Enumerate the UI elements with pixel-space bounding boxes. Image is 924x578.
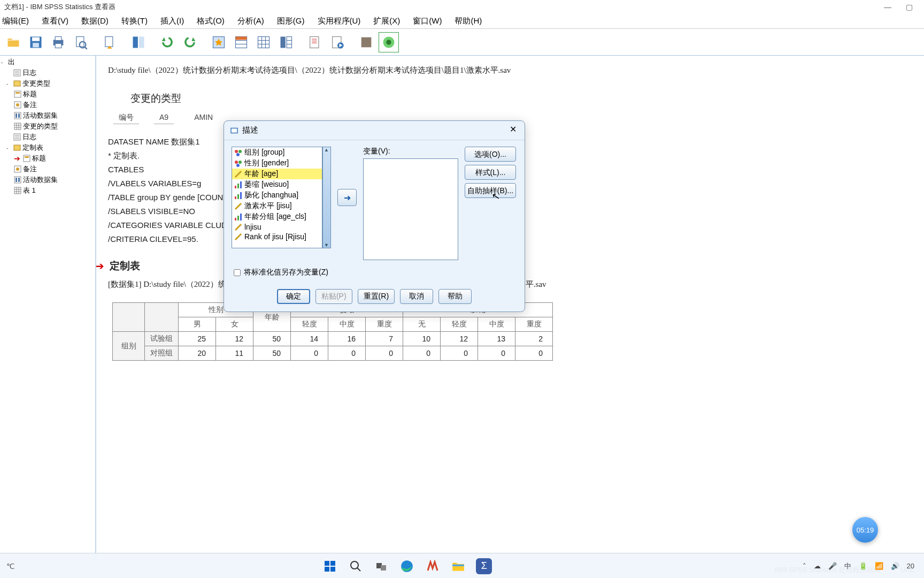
tb-save[interactable] xyxy=(26,32,46,52)
outline-item[interactable]: 日志 xyxy=(0,132,95,142)
svg-rect-81 xyxy=(237,184,239,188)
svg-line-8 xyxy=(84,47,87,49)
menu-data[interactable]: 数据(D) xyxy=(81,16,109,26)
save-z-checkbox[interactable]: 将标准化值另存为变量(Z) xyxy=(234,268,517,277)
tray-mic-icon[interactable]: 🎤 xyxy=(828,562,837,570)
checkbox-input[interactable] xyxy=(234,269,241,276)
variable-item[interactable]: 性别 [gender] xyxy=(232,158,322,169)
menu-analyze[interactable]: 分析(A) xyxy=(237,16,264,26)
tb-preview[interactable] xyxy=(71,32,91,52)
menu-help[interactable]: 帮助(H) xyxy=(455,16,482,26)
outline-item[interactable]: 活动数据集 xyxy=(0,174,95,185)
menu-transform[interactable]: 转换(T) xyxy=(121,16,148,26)
tb-block[interactable] xyxy=(356,32,376,52)
variable-item[interactable]: 激素水平 [jisu] xyxy=(232,201,322,211)
weather-widget[interactable]: ℃ xyxy=(0,562,21,571)
target-label: 变量(V): xyxy=(363,147,458,156)
reset-button[interactable]: 重置(R) xyxy=(358,289,395,304)
menu-extensions[interactable]: 扩展(X) xyxy=(373,16,400,26)
move-right-button[interactable]: ➜ xyxy=(337,189,357,206)
search-icon[interactable] xyxy=(348,558,364,574)
svg-rect-44 xyxy=(14,112,21,119)
variable-item[interactable]: Rank of jisu [Rjisu] xyxy=(232,232,322,241)
menu-utilities[interactable]: 实用程序(U) xyxy=(318,16,361,26)
tb-undo[interactable] xyxy=(157,32,178,52)
edge-icon[interactable] xyxy=(399,558,415,574)
menu-view[interactable]: 查看(V) xyxy=(42,16,68,26)
tray-ime-icon[interactable]: 中 xyxy=(844,561,851,571)
taskview-icon[interactable] xyxy=(373,558,389,574)
tb-grid1[interactable] xyxy=(231,32,251,52)
outline-item[interactable]: 日志 xyxy=(0,67,95,78)
svg-line-77 xyxy=(235,171,241,177)
tb-grid3[interactable] xyxy=(276,32,296,52)
tb-print[interactable] xyxy=(48,32,68,52)
tb-target[interactable] xyxy=(379,32,399,52)
outline-root[interactable]: -出 xyxy=(0,57,95,67)
tb-doc1[interactable] xyxy=(305,32,325,52)
tray-onedrive-icon[interactable]: ☁ xyxy=(814,562,821,570)
cancel-button[interactable]: 取消 xyxy=(400,289,433,304)
menu-insert[interactable]: 插入(I) xyxy=(160,16,184,26)
paste-button[interactable]: 粘贴(P) xyxy=(315,289,352,304)
ok-button[interactable]: 确定 xyxy=(277,289,310,304)
tray-chevron-icon[interactable]: ˄ xyxy=(803,562,806,570)
svg-rect-91 xyxy=(240,214,242,220)
tb-redo[interactable] xyxy=(180,32,200,52)
styles-button[interactable]: 样式(L)... xyxy=(465,165,516,180)
window-title: 文档1] - IBM SPSS Statistics 查看器 xyxy=(4,2,116,12)
tb-run[interactable] xyxy=(327,32,348,52)
file-path: D:\study file\（2022）统计数据分析期末考试待选项目\（2022… xyxy=(108,65,912,75)
help-button[interactable]: 帮助 xyxy=(438,289,472,304)
timer-badge[interactable]: 05:19 xyxy=(852,517,878,543)
tb-grid2[interactable] xyxy=(253,32,274,52)
menu-graphs[interactable]: 图形(G) xyxy=(277,16,305,26)
bootstrap-button[interactable]: 自助抽样(B)... xyxy=(465,183,516,198)
svg-point-76 xyxy=(236,164,240,167)
outline-item[interactable]: 变更的类型 xyxy=(0,121,95,132)
svg-rect-80 xyxy=(235,186,236,188)
outline-pane[interactable]: -出 日志-变更类型标题备注活动数据集变更的类型日志-定制表➔标题备注活动数据集… xyxy=(0,56,96,561)
variable-item[interactable]: 肠化 [changhua] xyxy=(232,190,322,201)
menu-window[interactable]: 窗口(W) xyxy=(413,16,442,26)
variable-item[interactable]: lnjisu xyxy=(232,222,322,232)
menu-format[interactable]: 格式(O) xyxy=(197,16,225,26)
tb-star[interactable] xyxy=(209,32,229,52)
wps-icon[interactable] xyxy=(425,558,441,574)
outline-item[interactable]: -定制表 xyxy=(0,142,95,153)
minimize-icon[interactable]: — xyxy=(877,3,898,11)
tray-battery-icon[interactable]: 🔋 xyxy=(859,562,867,570)
tb-export[interactable] xyxy=(99,32,120,52)
outline-item[interactable]: -变更类型 xyxy=(0,78,95,89)
variable-item[interactable]: 组别 [group] xyxy=(232,147,322,158)
options-button[interactable]: 选项(O)... xyxy=(465,147,516,162)
menu-edit[interactable]: 编辑(E) xyxy=(2,16,29,26)
variable-item[interactable]: 萎缩 [weisuo] xyxy=(232,179,322,190)
tb-recall[interactable] xyxy=(128,32,149,52)
start-icon[interactable] xyxy=(322,558,338,574)
source-variable-list[interactable]: 组别 [group]性别 [gender]年龄 [age]萎缩 [weisuo]… xyxy=(232,147,322,248)
dialog-titlebar[interactable]: 描述 ✕ xyxy=(224,121,525,140)
tray-clock[interactable]: 20 xyxy=(907,562,914,570)
outline-item[interactable]: 备注 xyxy=(0,100,95,110)
spss-icon[interactable]: Σ xyxy=(476,558,492,574)
variable-item[interactable]: 年龄分组 [age_cls] xyxy=(232,211,322,222)
descriptives-dialog: 描述 ✕ 组别 [group]性别 [gender]年龄 [age]萎缩 [we… xyxy=(224,120,525,312)
outline-item[interactable]: 备注 xyxy=(0,164,95,174)
scrollbar[interactable] xyxy=(322,147,331,248)
outline-item[interactable]: 表 1 xyxy=(0,185,95,196)
close-icon[interactable]: ✕ xyxy=(506,124,519,137)
svg-rect-61 xyxy=(14,177,21,183)
svg-rect-1 xyxy=(32,37,40,41)
variable-item[interactable]: 年龄 [age] xyxy=(232,169,322,179)
outline-item[interactable]: ➔标题 xyxy=(0,153,95,164)
outline-item[interactable]: 标题 xyxy=(0,89,95,100)
maximize-icon[interactable]: ▢ xyxy=(898,3,920,11)
tray-volume-icon[interactable]: 🔊 xyxy=(891,562,899,570)
outline-item[interactable]: 活动数据集 xyxy=(0,110,95,121)
target-variable-list[interactable] xyxy=(363,158,458,260)
dialog-title: 描述 xyxy=(242,125,258,135)
tb-open[interactable] xyxy=(3,32,24,52)
tray-wifi-icon[interactable]: 📶 xyxy=(875,562,883,570)
explorer-icon[interactable] xyxy=(450,558,466,574)
